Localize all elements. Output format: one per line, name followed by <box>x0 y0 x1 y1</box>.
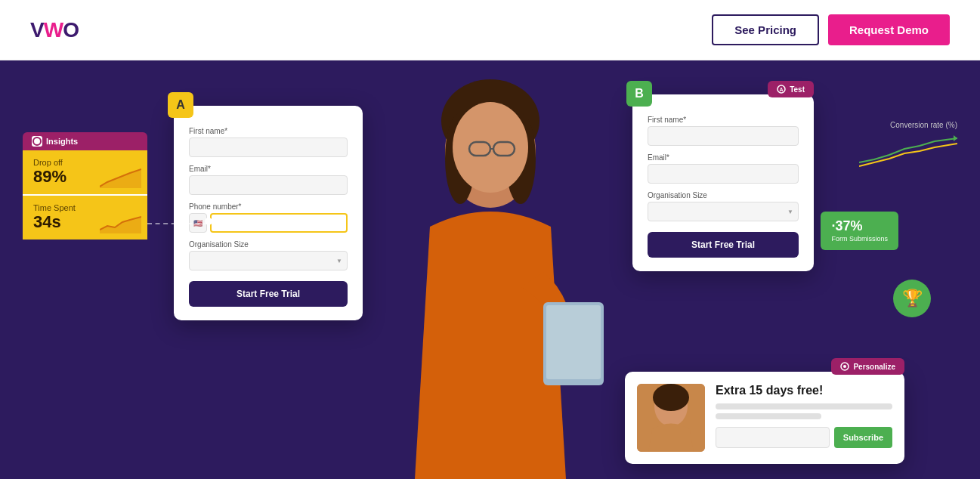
person-svg <box>362 60 619 479</box>
personalize-person-img <box>637 384 705 452</box>
svg-point-16 <box>843 365 846 368</box>
select-arrow: ▼ <box>336 258 342 264</box>
form-a-firstname-input[interactable] <box>189 138 348 157</box>
personalize-line-2 <box>716 413 821 419</box>
personalize-card: Personalize Extra 15 days free! Subscrib… <box>625 372 904 464</box>
green-badge: ·37% Form Submissions <box>821 212 898 250</box>
personalize-icon <box>840 362 849 371</box>
test-badge-label: Test <box>790 85 805 94</box>
form-b-email-label: Email* <box>648 153 799 162</box>
svg-text:A: A <box>780 87 784 92</box>
green-badge-sublabel: Form Submissions <box>831 235 888 244</box>
subscribe-input[interactable] <box>716 427 830 448</box>
personalize-line-1 <box>716 403 892 409</box>
form-b-firstname-label: First name* <box>648 116 799 124</box>
header-buttons: See Pricing Request Demo <box>712 14 950 45</box>
personalize-person-svg <box>637 384 705 452</box>
form-a-phone-wrapper: 🇺🇸 <box>189 213 348 233</box>
personalize-subscribe-row: Subscribe <box>716 427 892 448</box>
header: VWO See Pricing Request Demo <box>0 0 980 60</box>
svg-marker-14 <box>954 135 957 141</box>
form-a-badge: A <box>168 92 193 118</box>
trophy-badge: 🏆 <box>893 280 931 317</box>
test-badge: A Test <box>768 81 814 97</box>
time-sparkline <box>100 211 141 233</box>
insights-label: Insights <box>46 137 78 146</box>
subscribe-button[interactable]: Subscribe <box>834 427 892 448</box>
insights-icon <box>32 136 42 147</box>
form-b-cta[interactable]: Start Free Trial <box>648 232 799 258</box>
form-b-firstname-input[interactable] <box>648 126 799 146</box>
conversion-card: Conversion rate (%) <box>859 121 957 173</box>
form-a-cta[interactable]: Start Free Trial <box>189 281 348 307</box>
trophy-icon: 🏆 <box>902 289 923 308</box>
form-a: A First name* Email* Phone number* 🇺🇸 Or… <box>174 106 363 320</box>
main-section: Insights Drop off 89% Time Spent 34s A F… <box>0 60 980 479</box>
form-a-firstname-label: First name* <box>189 127 348 135</box>
personalize-badge: Personalize <box>831 358 904 375</box>
form-a-phone-input[interactable] <box>210 213 348 233</box>
svg-marker-0 <box>100 169 141 188</box>
conversion-chart <box>859 132 957 170</box>
test-icon: A <box>777 85 786 94</box>
svg-marker-1 <box>100 217 141 233</box>
green-badge-value: ·37% <box>831 218 888 235</box>
form-b-badge: B <box>626 81 652 107</box>
form-b-org-select[interactable]: ▼ <box>648 202 799 221</box>
select-arrow-b: ▼ <box>787 209 793 215</box>
personalize-lines <box>716 403 892 419</box>
form-a-email-input[interactable] <box>189 175 348 195</box>
conversion-label: Conversion rate (%) <box>859 121 957 129</box>
form-a-org-label: Organisation Size <box>189 240 348 249</box>
personalize-badge-label: Personalize <box>853 363 895 371</box>
dropoff-card: Drop off 89% <box>23 150 147 194</box>
personalize-content: Extra 15 days free! Subscribe <box>716 384 892 452</box>
dropoff-sparkline <box>100 165 141 188</box>
form-b-email-input[interactable] <box>648 164 799 184</box>
svg-point-19 <box>653 384 689 411</box>
person-image <box>362 60 619 479</box>
form-b-org-label: Organisation Size <box>648 191 799 199</box>
see-pricing-button[interactable]: See Pricing <box>712 14 819 45</box>
insights-card: Insights Drop off 89% Time Spent 34s <box>23 132 147 240</box>
time-spent-card: Time Spent 34s <box>23 196 147 240</box>
insights-header: Insights <box>23 132 147 150</box>
form-a-email-label: Email* <box>189 165 348 173</box>
svg-rect-8 <box>546 305 601 379</box>
personalize-title: Extra 15 days free! <box>716 384 892 397</box>
request-demo-button[interactable]: Request Demo <box>828 14 950 45</box>
logo: VWO <box>30 18 79 42</box>
form-a-phone-label: Phone number* <box>189 202 348 211</box>
form-a-org-select[interactable]: ▼ <box>189 251 348 270</box>
form-b: B A Test First name* Email* Organisation… <box>632 94 814 271</box>
